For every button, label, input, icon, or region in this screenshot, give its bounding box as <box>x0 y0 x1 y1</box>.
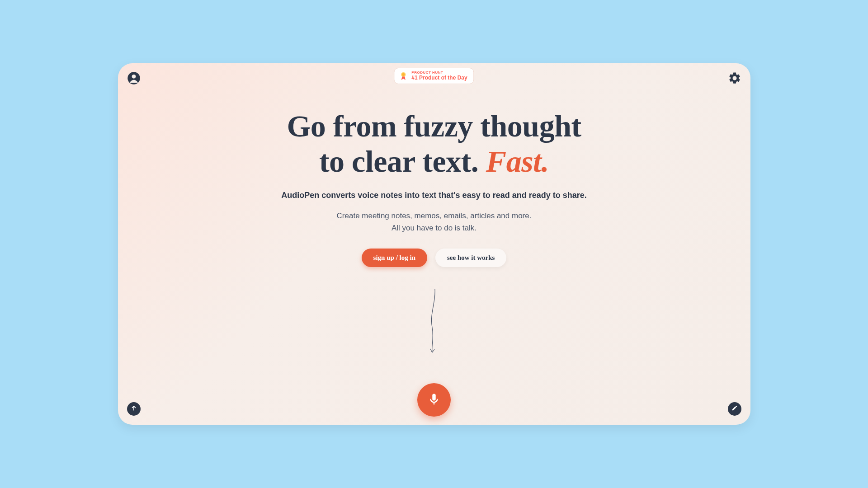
signup-button[interactable]: sign up / log in <box>362 249 427 267</box>
headline-part-b: to clear text. <box>319 144 478 178</box>
subheadline: AudioPen converts voice notes into text … <box>172 191 696 200</box>
headline: Go from fuzzy thought to clear text. Fas… <box>172 108 696 179</box>
product-hunt-badge[interactable]: PRODUCT HUNT #1 Product of the Day <box>394 68 474 84</box>
microphone-icon <box>427 393 441 408</box>
headline-part-a: Go from fuzzy thought <box>287 109 581 143</box>
settings-button[interactable] <box>728 72 741 86</box>
profile-button[interactable] <box>127 72 141 86</box>
description: Create meeting notes, memos, emails, art… <box>172 210 696 234</box>
demo-button[interactable]: see how it works <box>435 249 506 267</box>
desc-line-1: Create meeting notes, memos, emails, art… <box>337 211 532 220</box>
app-card: PRODUCT HUNT #1 Product of the Day Go fr… <box>118 63 750 425</box>
pencil-icon <box>731 405 738 413</box>
headline-fast: Fast. <box>486 144 549 178</box>
gear-icon <box>728 71 741 87</box>
user-icon <box>127 71 141 87</box>
badge-title: #1 Product of the Day <box>411 75 467 81</box>
cta-row: sign up / log in see how it works <box>172 249 696 267</box>
record-button[interactable] <box>417 383 451 417</box>
edit-button[interactable] <box>728 402 741 416</box>
svg-point-4 <box>402 73 405 76</box>
hero-section: Go from fuzzy thought to clear text. Fas… <box>118 108 750 267</box>
upload-button[interactable] <box>127 402 141 416</box>
arrow-squiggle <box>425 289 443 359</box>
desc-line-2: All you have to do is talk. <box>392 224 476 232</box>
svg-point-1 <box>132 75 136 79</box>
arrow-up-icon <box>131 405 137 413</box>
award-icon <box>399 71 408 80</box>
